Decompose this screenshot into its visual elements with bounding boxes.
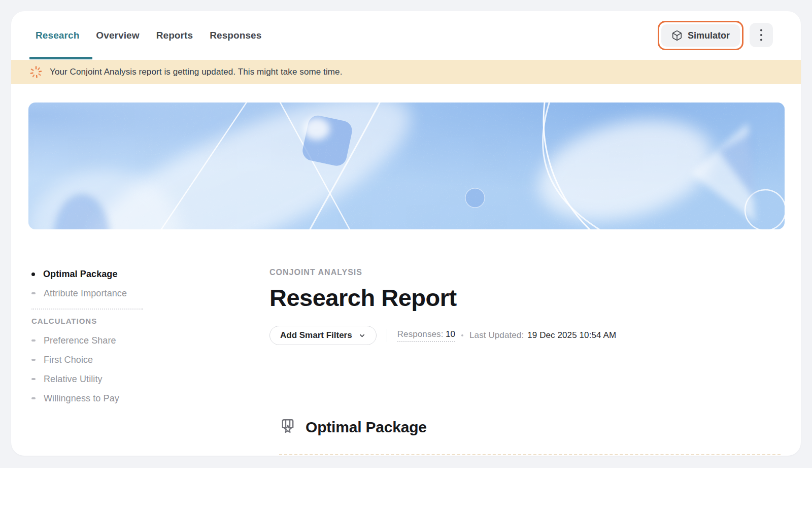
report-sections-nav: Optimal Package Attribute Importance CAL… — [31, 268, 245, 412]
bullet-dot — [31, 272, 35, 276]
sidebar-item-label: Willingness to Pay — [44, 393, 119, 404]
tab-reports[interactable]: Reports — [156, 30, 193, 41]
more-options-button[interactable] — [750, 23, 773, 47]
bullet-dash — [31, 359, 36, 361]
bullet-dash — [31, 397, 36, 399]
last-updated-label: Last Updated: — [469, 330, 524, 340]
report-meta-row: Add Smart Filters Responses: 10 Last Upd… — [269, 326, 782, 345]
report-type-eyebrow: CONJOINT ANALYSIS — [269, 268, 782, 278]
sidebar-item-optimal-package[interactable]: Optimal Package — [31, 268, 245, 280]
responses-label: Responses: — [397, 329, 444, 339]
dot-separator — [461, 334, 463, 336]
tab-overview[interactable]: Overview — [96, 30, 139, 41]
responses-count[interactable]: Responses: 10 — [397, 329, 455, 342]
bullet-dash — [31, 339, 36, 342]
optimal-package-section-header: Optimal Package — [279, 417, 427, 437]
medal-icon — [279, 417, 297, 437]
section-card-edge — [279, 454, 781, 455]
section-title: Optimal Package — [306, 419, 427, 436]
sidebar-item-willingness-to-pay[interactable]: Willingness to Pay — [31, 392, 245, 404]
report-card: Research Overview Reports Responses Simu… — [11, 11, 801, 456]
last-updated-value: 19 Dec 2025 10:54 AM — [527, 330, 616, 340]
sidebar-item-label: Preference Share — [44, 335, 116, 346]
chevron-down-icon — [358, 332, 366, 339]
add-smart-filters-button[interactable]: Add Smart Filters — [269, 326, 377, 345]
bullet-dash — [31, 378, 36, 380]
sidebar-item-label: Attribute Importance — [44, 288, 127, 299]
simulator-button-label: Simulator — [688, 30, 730, 41]
simulator-highlight-ring: Simulator — [658, 21, 743, 50]
sidebar-item-label: Relative Utility — [44, 374, 103, 385]
bullet-dash — [31, 292, 36, 294]
sidebar-item-attribute-importance[interactable]: Attribute Importance — [31, 287, 245, 299]
report-header: CONJOINT ANALYSIS Research Report Add Sm… — [269, 268, 782, 345]
sidebar-item-relative-utility[interactable]: Relative Utility — [31, 373, 245, 385]
simulator-button[interactable]: Simulator — [661, 24, 740, 47]
sidebar-section-calculations: CALCULATIONS — [31, 317, 245, 327]
notice-message: Your Conjoint Analysis report is getting… — [50, 67, 342, 77]
cube-icon — [671, 30, 683, 41]
spinner-icon — [29, 65, 43, 79]
responses-value: 10 — [446, 329, 455, 339]
meta-separator — [387, 329, 387, 342]
sidebar-item-label: First Choice — [44, 355, 93, 365]
hero-banner-illustration — [28, 103, 785, 229]
filters-button-label: Add Smart Filters — [280, 330, 352, 340]
sidebar-divider — [31, 309, 143, 310]
active-tab-indicator — [29, 57, 92, 59]
tab-responses[interactable]: Responses — [210, 30, 261, 41]
kebab-icon — [760, 28, 763, 42]
tab-research[interactable]: Research — [36, 30, 79, 41]
sidebar-item-label: Optimal Package — [43, 269, 118, 280]
sidebar-item-first-choice[interactable]: First Choice — [31, 354, 245, 366]
sidebar-item-preference-share[interactable]: Preference Share — [31, 334, 245, 347]
page-title: Research Report — [269, 284, 782, 312]
update-notice-banner: Your Conjoint Analysis report is getting… — [11, 60, 801, 84]
